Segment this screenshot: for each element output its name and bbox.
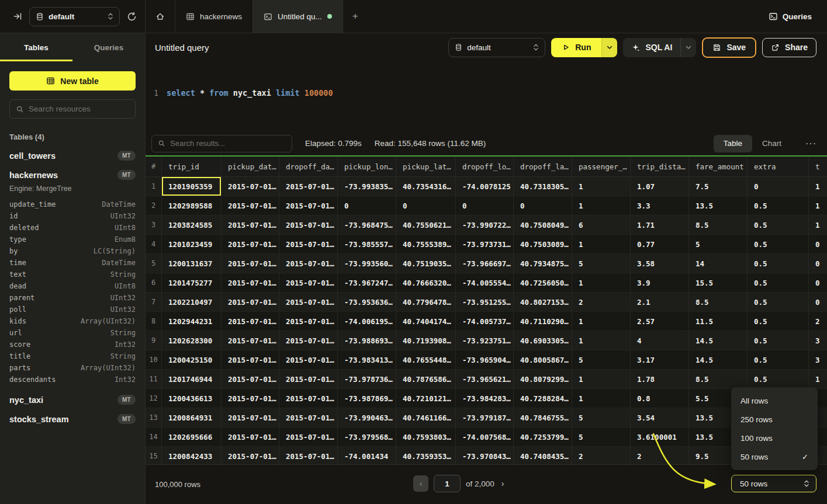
table-cell[interactable]: 2015-07-01…	[222, 215, 279, 234]
table-cell[interactable]: 8.5	[689, 215, 748, 234]
resource-search[interactable]	[9, 99, 136, 119]
table-cell[interactable]: 3.58	[631, 254, 689, 273]
table-cell[interactable]: 0	[456, 196, 514, 215]
table-cell[interactable]: 8.5	[689, 370, 748, 388]
table-cell[interactable]: 1	[572, 177, 631, 196]
column-item[interactable]: parentUInt32	[9, 292, 136, 304]
table-cell[interactable]: -73.979568…	[338, 427, 396, 446]
table-cell[interactable]: 2015-07-01…	[279, 370, 338, 388]
table-cell[interactable]: 11.5	[689, 312, 748, 331]
table-cell[interactable]: 2015-07-01…	[222, 273, 279, 292]
table-cell[interactable]: 1200425150	[162, 350, 222, 369]
table-cell[interactable]: 40.7934875…	[514, 254, 572, 273]
table-cell[interactable]: -74.007568…	[456, 427, 514, 446]
row-number-cell[interactable]: 12	[146, 389, 162, 408]
table-cell[interactable]: 2015-07-01…	[279, 427, 338, 446]
refresh-icon[interactable]	[127, 12, 137, 22]
table-cell[interactable]: 40.7318305…	[514, 177, 572, 196]
table-cell[interactable]: 1.78	[631, 370, 689, 388]
table-cell[interactable]: 40.7796478…	[396, 293, 456, 311]
table-cell[interactable]: 6	[572, 215, 631, 234]
table-cell[interactable]: -73.993560…	[338, 254, 396, 273]
table-cell[interactable]: 3.17	[631, 350, 689, 369]
table-cell[interactable]: 40.7503089…	[514, 235, 572, 253]
table-cell[interactable]: 0	[514, 196, 572, 215]
table-cell[interactable]: 40.7253799…	[514, 427, 572, 446]
sidebar-table-stocks-stream[interactable]: stocks_stream MT	[9, 414, 136, 424]
table-cell[interactable]: 3	[809, 350, 827, 369]
table-cell[interactable]: 2015-07-01…	[222, 350, 279, 369]
table-cell[interactable]: 40.7655448…	[396, 350, 456, 369]
table-cell[interactable]: 1202695666	[162, 427, 222, 446]
table-cell[interactable]: 2015-07-01…	[222, 235, 279, 253]
table-cell[interactable]: 0.77	[631, 235, 689, 253]
table-cell[interactable]: 1201746944	[162, 370, 222, 388]
table-cell[interactable]: 0.5	[748, 215, 809, 234]
table-cell[interactable]: 1.07	[631, 177, 689, 196]
tab-untitled-query[interactable]: Untitled qu...	[253, 0, 343, 33]
run-options-caret[interactable]	[601, 38, 617, 57]
table-cell[interactable]: -73.993835…	[338, 177, 396, 196]
table-cell[interactable]: 1	[572, 331, 631, 350]
row-number-cell[interactable]: 6	[146, 273, 162, 292]
table-cell[interactable]: 40.7354316…	[396, 177, 456, 196]
table-cell[interactable]: 2	[809, 312, 827, 331]
column-header[interactable]: dropoff_lo…	[456, 157, 514, 176]
table-cell[interactable]: 2015-07-01…	[222, 254, 279, 273]
table-cell[interactable]: 40.8079299…	[514, 370, 572, 388]
table-cell[interactable]: 13.5	[689, 196, 748, 215]
table-cell[interactable]: 2015-07-01…	[222, 427, 279, 446]
row-number-cell[interactable]: 14	[146, 427, 162, 446]
table-cell[interactable]: 0.8	[631, 389, 689, 408]
table-cell[interactable]: 40.7555389…	[396, 235, 456, 253]
table-cell[interactable]: 40.6903305…	[514, 331, 572, 350]
database-selector-top[interactable]: default	[29, 7, 120, 26]
column-item[interactable]: timeDateTime	[9, 257, 136, 269]
table-cell[interactable]: 2015-07-01…	[279, 389, 338, 408]
table-cell[interactable]: 1203824585	[162, 215, 222, 234]
column-header[interactable]: pickup_lon…	[338, 157, 396, 176]
table-cell[interactable]: 2015-07-01…	[279, 447, 338, 464]
table-cell[interactable]: 2015-07-01…	[279, 312, 338, 331]
table-cell[interactable]: 1	[572, 370, 631, 388]
table-cell[interactable]: 40.8027153…	[514, 293, 572, 311]
table-cell[interactable]: 2015-07-01…	[279, 273, 338, 292]
table-cell[interactable]: -73.965904…	[456, 350, 514, 369]
table-cell[interactable]: 0.5	[748, 293, 809, 311]
column-item[interactable]: update_timeDateTime	[9, 199, 136, 210]
row-number-cell[interactable]: 9	[146, 331, 162, 350]
table-cell[interactable]: 1202944231	[162, 312, 222, 331]
row-number-cell[interactable]: 4	[146, 235, 162, 253]
table-cell[interactable]: 1201475277	[162, 273, 222, 292]
table-cell[interactable]: 3	[809, 331, 827, 350]
run-button[interactable]: Run	[551, 38, 617, 57]
table-cell[interactable]: 40.7404174…	[396, 312, 456, 331]
table-cell[interactable]: 7.5	[689, 177, 748, 196]
save-button[interactable]: Save	[702, 37, 756, 58]
table-cell[interactable]: 2015-07-01…	[222, 389, 279, 408]
column-item[interactable]: textString	[9, 269, 136, 280]
tab-hackernews[interactable]: hackernews	[175, 0, 253, 33]
table-cell[interactable]: -73.987869…	[338, 389, 396, 408]
column-item[interactable]: typeEnum8	[9, 234, 136, 245]
table-cell[interactable]: -73.951255…	[456, 293, 514, 311]
share-button[interactable]: Share	[762, 38, 816, 57]
page-number-input[interactable]	[434, 475, 461, 492]
next-page-button[interactable]: ›	[500, 479, 506, 488]
column-header[interactable]: dropoff_la…	[514, 157, 572, 176]
column-header[interactable]: passenger_…	[572, 157, 631, 176]
table-cell[interactable]: 15.5	[689, 273, 748, 292]
collapse-sidebar-icon[interactable]	[13, 12, 22, 21]
table-cell[interactable]: 40.7256050…	[514, 273, 572, 292]
table-cell[interactable]: 0.5	[748, 235, 809, 253]
table-cell[interactable]: 0	[809, 273, 827, 292]
sidebar-tab-tables[interactable]: Tables	[0, 33, 72, 61]
table-cell[interactable]: 2	[631, 447, 689, 464]
table-cell[interactable]: 1201905359	[162, 177, 222, 196]
column-item[interactable]: deadUInt8	[9, 280, 136, 292]
row-number-cell[interactable]: 10	[146, 350, 162, 369]
tab-home[interactable]	[146, 0, 175, 33]
results-search-input[interactable]	[170, 139, 286, 148]
table-cell[interactable]: -73.985557…	[338, 235, 396, 253]
table-cell[interactable]: 0	[809, 254, 827, 273]
